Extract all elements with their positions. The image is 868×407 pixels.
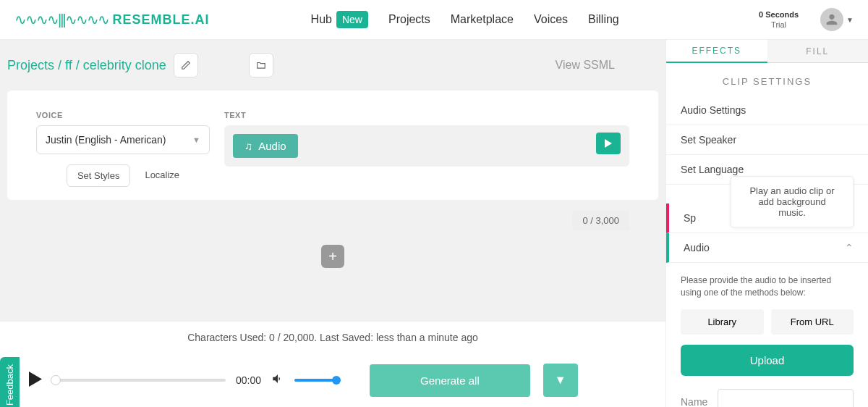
logo-wave-icon: ∿∿∿∿|||∿∿∿∿ [14, 11, 109, 28]
nav-projects[interactable]: Projects [388, 11, 430, 28]
nav-hub-label: Hub [311, 13, 332, 26]
volume-knob[interactable] [332, 376, 341, 385]
library-button[interactable]: Library [681, 309, 764, 335]
clip-card: VOICE Justin (English - American) ▼ Set … [7, 91, 658, 200]
breadcrumb[interactable]: Projects / ff / celebrity clone [7, 58, 166, 73]
name-label: Name [681, 396, 707, 407]
add-clip-button[interactable]: + [321, 245, 344, 268]
voice-select[interactable]: Justin (English - American) ▼ [36, 125, 210, 154]
logo-text: RESEMBLE.AI [113, 12, 210, 28]
trial-label: Trial [759, 20, 799, 30]
nav-marketplace[interactable]: Marketplace [451, 11, 514, 28]
edit-button[interactable] [174, 53, 198, 77]
audio-chip-label: Audio [258, 140, 286, 152]
nav-billing[interactable]: Billing [588, 11, 619, 28]
time-display: 00:00 [236, 374, 261, 386]
view-ssml-link[interactable]: View SSML [556, 59, 615, 72]
tab-effects[interactable]: EFFECTS [666, 40, 767, 63]
name-input[interactable] [718, 389, 854, 407]
tab-fill[interactable]: FILL [767, 40, 869, 63]
volume-icon[interactable] [271, 372, 284, 388]
user-menu[interactable]: ▼ [820, 8, 854, 31]
feedback-tab[interactable]: 💬 Feedback [0, 357, 20, 407]
chevron-up-icon: ⌃ [845, 242, 854, 253]
stats-text: Characters Used: 0 / 20,000. Last Saved:… [0, 321, 665, 353]
item-audio[interactable]: Audio ⌃ [666, 233, 868, 263]
text-label: TEXT [224, 111, 629, 119]
set-styles-button[interactable]: Set Styles [67, 164, 131, 187]
chevron-down-icon: ▼ [192, 135, 200, 144]
voice-label: VOICE [36, 111, 210, 119]
volume-slider[interactable] [294, 379, 338, 382]
play-button[interactable] [29, 372, 42, 390]
nav-hub[interactable]: Hub New [311, 11, 368, 28]
new-badge: New [336, 11, 368, 28]
item-audio-label: Audio [684, 242, 710, 253]
from-url-button[interactable]: From URL [771, 309, 854, 335]
play-clip-button[interactable] [596, 133, 621, 154]
avatar-icon [820, 8, 843, 31]
logo[interactable]: ∿∿∿∿|||∿∿∿∿ RESEMBLE.AI [14, 11, 210, 28]
text-input-area[interactable]: ♫ Audio [224, 125, 629, 167]
tooltip: Play an audio clip or add background mus… [731, 176, 854, 227]
music-note-icon: ♫ [244, 140, 252, 152]
feedback-label: Feedback [4, 364, 15, 406]
generate-all-button[interactable]: Generate all [370, 364, 530, 397]
progress-slider[interactable] [52, 379, 226, 382]
chevron-down-icon: ▼ [846, 16, 854, 24]
panel-title: CLIP SETTINGS [666, 63, 868, 96]
localize-button[interactable]: Localize [145, 164, 179, 187]
generate-dropdown[interactable]: ▼ [543, 364, 578, 397]
audio-chip[interactable]: ♫ Audio [233, 134, 298, 158]
trial-seconds: 0 Seconds [759, 9, 799, 20]
audio-description: Please provide the audio to be inserted … [681, 274, 854, 299]
item-audio-settings[interactable]: Audio Settings [666, 96, 868, 125]
char-count: 0 / 3,000 [572, 211, 629, 230]
upload-button[interactable]: Upload [681, 345, 854, 376]
trial-info: 0 Seconds Trial [759, 9, 799, 30]
item-set-speaker[interactable]: Set Speaker [666, 125, 868, 155]
folder-button[interactable] [249, 53, 273, 77]
voice-selected: Justin (English - American) [46, 134, 166, 146]
progress-knob[interactable] [51, 375, 61, 385]
nav-voices[interactable]: Voices [534, 11, 568, 28]
